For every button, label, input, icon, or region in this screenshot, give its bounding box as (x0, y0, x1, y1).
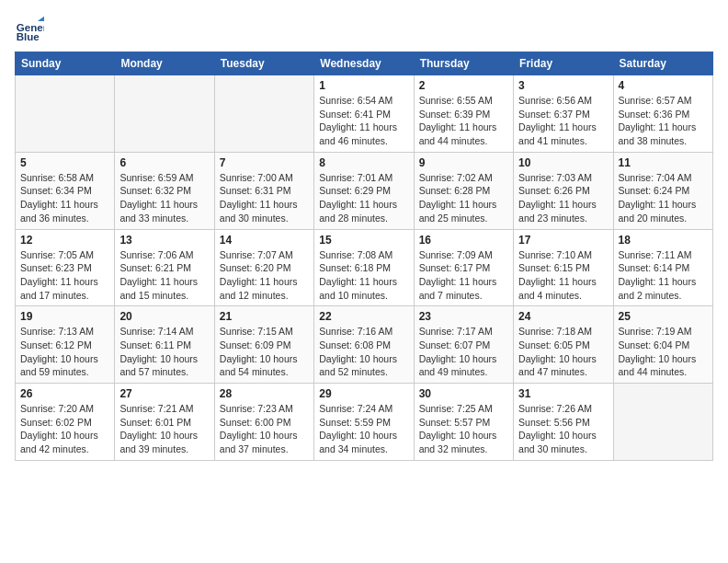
day-info: Sunrise: 7:19 AMSunset: 6:04 PMDaylight:… (619, 325, 708, 379)
day-number: 4 (619, 79, 708, 92)
calendar-cell: 14Sunrise: 7:07 AMSunset: 6:20 PMDayligh… (214, 229, 313, 306)
day-info: Sunrise: 7:26 AMSunset: 5:56 PMDaylight:… (518, 402, 608, 456)
day-number: 12 (20, 234, 109, 247)
weekday-header-saturday: Saturday (613, 52, 712, 75)
calendar-cell: 4Sunrise: 6:57 AMSunset: 6:36 PMDaylight… (613, 75, 712, 153)
calendar-cell: 6Sunrise: 6:59 AMSunset: 6:32 PMDaylight… (115, 152, 214, 229)
calendar-cell: 7Sunrise: 7:00 AMSunset: 6:31 PMDaylight… (214, 152, 313, 229)
day-info: Sunrise: 7:24 AMSunset: 5:59 PMDaylight:… (319, 402, 408, 456)
weekday-header-row: SundayMondayTuesdayWednesdayThursdayFrid… (16, 52, 713, 75)
day-info: Sunrise: 7:04 AMSunset: 6:24 PMDaylight:… (619, 171, 708, 225)
logo: General Blue (15, 15, 44, 44)
calendar-cell: 8Sunrise: 7:01 AMSunset: 6:29 PMDaylight… (314, 152, 414, 229)
svg-marker-2 (38, 17, 44, 21)
calendar-week-4: 19Sunrise: 7:13 AMSunset: 6:12 PMDayligh… (16, 306, 713, 384)
day-number: 20 (119, 310, 209, 323)
day-info: Sunrise: 6:57 AMSunset: 6:36 PMDaylight:… (619, 94, 708, 148)
day-info: Sunrise: 7:11 AMSunset: 6:14 PMDaylight:… (619, 248, 708, 303)
day-number: 27 (119, 387, 209, 400)
day-info: Sunrise: 7:25 AMSunset: 5:57 PMDaylight:… (419, 402, 508, 456)
calendar-cell: 21Sunrise: 7:15 AMSunset: 6:09 PMDayligh… (214, 306, 313, 384)
day-number: 3 (518, 79, 608, 92)
calendar-cell: 31Sunrise: 7:26 AMSunset: 5:56 PMDayligh… (514, 384, 613, 461)
day-info: Sunrise: 7:00 AMSunset: 6:31 PMDaylight:… (220, 171, 309, 225)
day-info: Sunrise: 6:55 AMSunset: 6:39 PMDaylight:… (419, 94, 508, 148)
calendar-cell: 13Sunrise: 7:06 AMSunset: 6:21 PMDayligh… (115, 229, 214, 306)
calendar-cell: 18Sunrise: 7:11 AMSunset: 6:14 PMDayligh… (613, 229, 712, 306)
calendar-cell: 27Sunrise: 7:21 AMSunset: 6:01 PMDayligh… (115, 384, 214, 461)
day-number: 8 (319, 156, 408, 169)
calendar-week-3: 12Sunrise: 7:05 AMSunset: 6:23 PMDayligh… (16, 229, 713, 306)
calendar-cell: 1Sunrise: 6:54 AMSunset: 6:41 PMDaylight… (314, 75, 414, 153)
day-info: Sunrise: 7:20 AMSunset: 6:02 PMDaylight:… (20, 402, 109, 456)
weekday-header-sunday: Sunday (16, 52, 115, 75)
calendar-table: SundayMondayTuesdayWednesdayThursdayFrid… (15, 52, 713, 461)
day-info: Sunrise: 7:17 AMSunset: 6:07 PMDaylight:… (419, 325, 508, 379)
day-info: Sunrise: 7:14 AMSunset: 6:11 PMDaylight:… (119, 325, 209, 379)
calendar-cell: 16Sunrise: 7:09 AMSunset: 6:17 PMDayligh… (414, 229, 513, 306)
calendar-cell: 24Sunrise: 7:18 AMSunset: 6:05 PMDayligh… (514, 306, 613, 384)
day-number: 28 (220, 387, 309, 400)
day-info: Sunrise: 7:18 AMSunset: 6:05 PMDaylight:… (518, 325, 608, 379)
calendar-week-1: 1Sunrise: 6:54 AMSunset: 6:41 PMDaylight… (16, 75, 713, 153)
calendar-cell: 28Sunrise: 7:23 AMSunset: 6:00 PMDayligh… (214, 384, 313, 461)
day-number: 2 (419, 79, 508, 92)
day-info: Sunrise: 7:23 AMSunset: 6:00 PMDaylight:… (220, 402, 309, 456)
day-number: 30 (419, 387, 508, 400)
day-number: 19 (20, 310, 109, 323)
day-number: 1 (319, 79, 408, 92)
calendar-week-2: 5Sunrise: 6:58 AMSunset: 6:34 PMDaylight… (16, 152, 713, 229)
day-info: Sunrise: 6:54 AMSunset: 6:41 PMDaylight:… (319, 94, 408, 148)
day-info: Sunrise: 7:05 AMSunset: 6:23 PMDaylight:… (20, 248, 109, 303)
day-info: Sunrise: 6:59 AMSunset: 6:32 PMDaylight:… (119, 171, 209, 225)
day-info: Sunrise: 7:15 AMSunset: 6:09 PMDaylight:… (220, 325, 309, 379)
weekday-header-thursday: Thursday (414, 52, 513, 75)
weekday-header-wednesday: Wednesday (314, 52, 414, 75)
day-number: 18 (619, 234, 708, 247)
day-number: 23 (419, 310, 508, 323)
day-number: 29 (319, 387, 408, 400)
day-info: Sunrise: 7:16 AMSunset: 6:08 PMDaylight:… (319, 325, 408, 379)
day-number: 31 (518, 387, 608, 400)
calendar-cell: 19Sunrise: 7:13 AMSunset: 6:12 PMDayligh… (16, 306, 115, 384)
page-header: General Blue (15, 15, 713, 44)
calendar-cell: 25Sunrise: 7:19 AMSunset: 6:04 PMDayligh… (613, 306, 712, 384)
day-number: 9 (419, 156, 508, 169)
calendar-cell: 17Sunrise: 7:10 AMSunset: 6:15 PMDayligh… (514, 229, 613, 306)
weekday-header-friday: Friday (514, 52, 613, 75)
day-info: Sunrise: 7:09 AMSunset: 6:17 PMDaylight:… (419, 248, 508, 303)
calendar-cell: 10Sunrise: 7:03 AMSunset: 6:26 PMDayligh… (514, 152, 613, 229)
day-number: 24 (518, 310, 608, 323)
calendar-cell: 15Sunrise: 7:08 AMSunset: 6:18 PMDayligh… (314, 229, 414, 306)
calendar-cell (214, 75, 313, 153)
logo-icon: General Blue (15, 15, 44, 44)
calendar-cell: 2Sunrise: 6:55 AMSunset: 6:39 PMDaylight… (414, 75, 513, 153)
day-number: 25 (619, 310, 708, 323)
day-info: Sunrise: 7:21 AMSunset: 6:01 PMDaylight:… (119, 402, 209, 456)
day-number: 6 (119, 156, 209, 169)
weekday-header-tuesday: Tuesday (214, 52, 313, 75)
day-number: 5 (20, 156, 109, 169)
day-number: 17 (518, 234, 608, 247)
calendar-cell: 9Sunrise: 7:02 AMSunset: 6:28 PMDaylight… (414, 152, 513, 229)
calendar-cell: 22Sunrise: 7:16 AMSunset: 6:08 PMDayligh… (314, 306, 414, 384)
day-number: 14 (220, 234, 309, 247)
calendar-cell: 20Sunrise: 7:14 AMSunset: 6:11 PMDayligh… (115, 306, 214, 384)
day-info: Sunrise: 6:58 AMSunset: 6:34 PMDaylight:… (20, 171, 109, 225)
day-number: 26 (20, 387, 109, 400)
day-number: 7 (220, 156, 309, 169)
calendar-cell: 5Sunrise: 6:58 AMSunset: 6:34 PMDaylight… (16, 152, 115, 229)
calendar-cell: 23Sunrise: 7:17 AMSunset: 6:07 PMDayligh… (414, 306, 513, 384)
calendar-cell: 3Sunrise: 6:56 AMSunset: 6:37 PMDaylight… (514, 75, 613, 153)
day-number: 21 (220, 310, 309, 323)
calendar-cell: 30Sunrise: 7:25 AMSunset: 5:57 PMDayligh… (414, 384, 513, 461)
day-info: Sunrise: 7:03 AMSunset: 6:26 PMDaylight:… (518, 171, 608, 225)
calendar-week-5: 26Sunrise: 7:20 AMSunset: 6:02 PMDayligh… (16, 384, 713, 461)
day-info: Sunrise: 7:06 AMSunset: 6:21 PMDaylight:… (119, 248, 209, 303)
day-number: 11 (619, 156, 708, 169)
day-info: Sunrise: 7:02 AMSunset: 6:28 PMDaylight:… (419, 171, 508, 225)
calendar-cell: 29Sunrise: 7:24 AMSunset: 5:59 PMDayligh… (314, 384, 414, 461)
calendar-cell (16, 75, 115, 153)
day-info: Sunrise: 7:01 AMSunset: 6:29 PMDaylight:… (319, 171, 408, 225)
day-number: 22 (319, 310, 408, 323)
